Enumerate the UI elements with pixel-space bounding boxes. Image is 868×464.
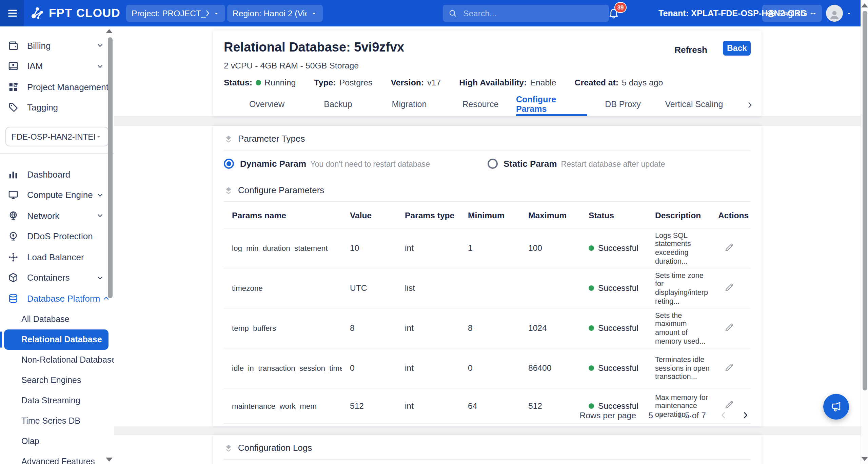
tab[interactable]: Migration xyxy=(374,93,445,116)
edit-pencil-icon[interactable] xyxy=(724,242,734,253)
sidebar-subitem[interactable]: All Database xyxy=(0,309,114,329)
tab[interactable]: Vertical Scaling xyxy=(658,93,730,116)
sidebar-subitem[interactable]: Time Series DB xyxy=(0,410,114,431)
hamburger-menu-icon[interactable] xyxy=(7,7,18,19)
status-value: Running xyxy=(264,78,296,87)
box-icon xyxy=(7,272,19,284)
user-menu[interactable] xyxy=(826,5,852,22)
language-label: English xyxy=(778,8,805,18)
page-scrollbar-thumb[interactable] xyxy=(863,11,867,390)
table-row: timezone UTC list Successful Sets time z… xyxy=(224,268,751,308)
scroll-down-arrow[interactable] xyxy=(861,457,868,461)
search-input[interactable] xyxy=(462,8,604,19)
status-label: Status: xyxy=(224,78,252,87)
rows-per-page-select[interactable]: 5 xyxy=(648,410,665,420)
param-status-cell: Successful xyxy=(580,283,647,293)
radio-icon[interactable] xyxy=(224,159,234,169)
edit-pencil-icon[interactable] xyxy=(724,282,734,292)
tab-label: DB Proxy xyxy=(605,100,641,109)
meta-field: Type: Postgres xyxy=(314,78,372,87)
refresh-button[interactable]: Refresh xyxy=(670,44,711,56)
sidebar-subitem-label: Data Streaming xyxy=(21,396,80,405)
param-type-option[interactable]: Static Param Restart database after upda… xyxy=(487,159,751,169)
chevron-down-icon xyxy=(94,274,105,282)
column-header: Params type xyxy=(397,211,460,220)
region-dropdown[interactable]: Region: Hanoi 2 (Viet... xyxy=(227,5,323,22)
layers-icon xyxy=(224,443,233,452)
tab-bar: Overview Backup Migration Resource xyxy=(231,93,755,116)
instance-specs: 2 vCPU - 4GB RAM - 50GB Storage xyxy=(224,61,762,70)
param-type-cell: int xyxy=(397,323,460,333)
sidebar-item[interactable]: Tagging xyxy=(0,97,114,118)
announcement-fab[interactable] xyxy=(823,394,849,420)
status-text: Successful xyxy=(598,363,638,373)
scroll-up-arrow[interactable] xyxy=(861,3,868,7)
status-dot-icon xyxy=(589,285,594,291)
back-button[interactable]: Back xyxy=(723,41,751,56)
table-row: temp_buffers 8 int 8 1024 Successful Set… xyxy=(224,308,751,348)
tab[interactable]: Backup xyxy=(302,93,374,116)
tab[interactable]: Configure Params xyxy=(516,93,587,116)
status-dot-icon xyxy=(589,403,594,408)
param-min-cell: 8 xyxy=(460,323,520,333)
sidebar-scrollbar-thumb[interactable] xyxy=(107,37,112,298)
sidebar-subitem[interactable]: Search Engines xyxy=(0,370,114,390)
sidebar-subitem[interactable]: Advanced Features xyxy=(0,451,114,464)
radio-icon[interactable] xyxy=(487,159,497,169)
sidebar-item[interactable]: Network xyxy=(0,205,114,226)
param-description-cell: Logs SQL statements exceeding duration..… xyxy=(647,231,710,265)
language-dropdown[interactable]: English xyxy=(762,5,822,22)
page-scrollbar[interactable] xyxy=(861,0,868,464)
sidebar-item[interactable]: Dashboard xyxy=(0,164,114,185)
param-status-cell: Successful xyxy=(580,401,647,410)
notification-count-badge: 39 xyxy=(614,2,627,13)
sidebar-item[interactable]: Containers xyxy=(0,267,114,288)
edit-pencil-icon[interactable] xyxy=(724,362,734,372)
param-min-cell: 64 xyxy=(460,401,520,410)
previous-page-icon[interactable] xyxy=(718,410,728,420)
sidebar-item[interactable]: Load Balancer xyxy=(0,247,114,267)
configuration-logs-header: Configuration Logs xyxy=(213,435,762,453)
layers-icon xyxy=(224,185,233,195)
database-icon xyxy=(7,293,19,304)
sidebar-subitem[interactable]: Relational Database xyxy=(4,329,108,349)
sidebar-subitem-label: Non-Relational Database xyxy=(21,355,116,364)
chevron-down-icon xyxy=(94,191,105,199)
edit-pencil-icon[interactable] xyxy=(724,399,734,410)
sidebar-subitem[interactable]: Olap xyxy=(0,431,114,451)
sidebar-item[interactable]: IAM xyxy=(0,56,114,77)
sidebar-item[interactable]: DDoS Protection xyxy=(0,226,114,247)
sidebar-subitem[interactable]: Non-Relational Database xyxy=(0,349,114,370)
param-type-option[interactable]: Dynamic Param You don't need to restart … xyxy=(224,159,487,169)
sidebar-item[interactable]: Compute Engine xyxy=(0,185,114,205)
tab[interactable]: Overview xyxy=(231,93,302,116)
table-pagination: Rows per page 5 1-5 of 7 xyxy=(579,410,751,420)
sidebar-item[interactable]: Project Management xyxy=(0,77,114,97)
param-name-cell: temp_buffers xyxy=(224,324,342,332)
scope-select[interactable]: FDE-OSP-HAN2-INTERNA... xyxy=(5,127,108,146)
table-header-row: Params nameValueParams typeMinimumMaximu… xyxy=(224,203,751,228)
param-actions-cell xyxy=(710,362,751,375)
sidebar-subitem-label: Olap xyxy=(21,436,39,446)
sidebar-item[interactable]: Database Platform xyxy=(0,288,114,309)
tabs-scroll-right-icon[interactable] xyxy=(745,100,755,109)
tab[interactable]: Resource xyxy=(445,93,516,116)
edit-pencil-icon[interactable] xyxy=(724,322,734,332)
divider xyxy=(224,150,751,150)
sidebar-subitem[interactable]: Data Streaming xyxy=(0,390,114,410)
project-dropdown[interactable]: Project: PROJECT_XPL... xyxy=(126,5,225,22)
sidebar-scroll-down-arrow[interactable] xyxy=(105,457,112,461)
param-max-cell: 100 xyxy=(520,243,580,253)
search-icon xyxy=(448,9,457,18)
tab[interactable]: DB Proxy xyxy=(587,93,658,116)
next-page-icon[interactable] xyxy=(741,410,751,420)
param-status-cell: Successful xyxy=(580,323,647,333)
db-header-card: Relational Database: 5vi9zfvx Refresh Ba… xyxy=(213,31,762,116)
tab-label: Migration xyxy=(392,100,427,109)
fpt-cloud-logo[interactable]: FPT CLOUD xyxy=(30,5,120,21)
global-search[interactable] xyxy=(443,5,609,22)
sidebar-item[interactable]: Billing xyxy=(0,35,114,56)
sidebar-scroll-up-arrow[interactable] xyxy=(105,29,112,33)
status-text: Successful xyxy=(598,323,638,333)
radio-hint: You don't need to restart database xyxy=(310,159,430,168)
